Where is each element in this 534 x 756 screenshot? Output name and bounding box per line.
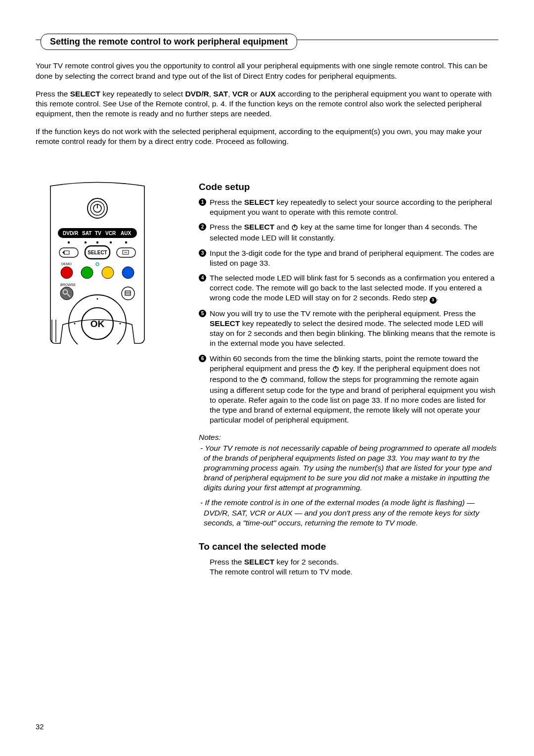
svg-point-19 <box>61 267 73 279</box>
remote-svg: DVD/R SAT TV VCR AUX SELECT DEMO <box>36 181 159 344</box>
intro-p2: Press the SELECT key repeatedly to selec… <box>36 89 498 119</box>
svg-point-9 <box>96 241 98 243</box>
svg-point-18 <box>96 263 99 266</box>
browse-label: BROWSE <box>60 283 76 286</box>
code-setup-steps: 1 Press the SELECT key repeatedly to sel… <box>199 197 498 425</box>
svg-point-21 <box>102 267 114 279</box>
step-4: 4 The selected mode LED will blink fast … <box>199 273 498 304</box>
svg-rect-13 <box>64 251 69 254</box>
svg-point-25 <box>122 287 134 300</box>
code-setup-heading: Code setup <box>199 181 498 193</box>
intro-p3: If the function keys do not work with th… <box>36 127 498 146</box>
bullet-2-icon: 2 <box>199 223 206 231</box>
power-icon <box>332 365 339 375</box>
svg-point-22 <box>122 267 134 279</box>
power-icon <box>261 376 267 385</box>
note-1: - Your TV remote is not necessarily capa… <box>199 443 498 493</box>
bullet-1-icon: 1 <box>199 198 206 206</box>
remote-illustration: DVD/R SAT TV VCR AUX SELECT DEMO <box>36 181 199 576</box>
step-1: 1 Press the SELECT key repeatedly to sel… <box>199 197 498 217</box>
power-icon <box>291 223 298 233</box>
svg-rect-26 <box>125 291 131 295</box>
svg-point-7 <box>68 241 70 243</box>
note-2: - If the remote control is in one of the… <box>199 498 498 527</box>
svg-point-11 <box>125 241 127 243</box>
step-3: 3 Input the 3-digit code for the type an… <box>199 248 498 268</box>
demo-label: DEMO <box>61 262 72 266</box>
mode-sat: SAT <box>82 231 91 236</box>
mode-tv: TV <box>95 231 101 236</box>
page-number: 32 <box>36 722 44 732</box>
cancel-heading: To cancel the selected mode <box>199 541 498 553</box>
svg-point-33 <box>74 323 76 325</box>
svg-point-32 <box>120 323 121 325</box>
step-6: 6 Within 60 seconds from the time the bl… <box>199 354 498 425</box>
cancel-section: To cancel the selected mode Press the SE… <box>199 541 498 577</box>
step-2: 2 Press the SELECT and key at the same t… <box>199 222 498 243</box>
ok-button: OK <box>90 319 105 329</box>
svg-point-10 <box>110 241 112 243</box>
select-button: SELECT <box>88 250 107 255</box>
mode-aux: AUX <box>121 231 131 236</box>
mode-vcr: VCR <box>105 231 116 236</box>
svg-rect-12 <box>59 248 78 257</box>
notes-block: Notes: - Your TV remote is not necessari… <box>199 432 498 528</box>
step-5: 5 Now you will try to use the TV remote … <box>199 309 498 349</box>
bullet-3-icon: 3 <box>199 249 206 257</box>
svg-point-8 <box>85 241 87 243</box>
svg-point-31 <box>97 298 98 300</box>
svg-point-20 <box>81 267 93 279</box>
bullet-6-icon: 6 <box>199 355 206 362</box>
cancel-line2: The remote control will return to TV mod… <box>210 567 498 577</box>
mode-dvdr: DVD/R <box>63 231 79 236</box>
intro-block: Your TV remote control gives you the opp… <box>36 61 498 146</box>
section-title: Setting the remote control to work perip… <box>41 34 297 50</box>
inline-bullet-3-icon: 3 <box>430 297 437 304</box>
intro-p1: Your TV remote control gives you the opp… <box>36 61 498 81</box>
bullet-4-icon: 4 <box>199 274 206 282</box>
notes-heading: Notes: <box>199 432 498 442</box>
bullet-5-icon: 5 <box>199 310 206 317</box>
cancel-line1: Press the SELECT key for 2 seconds. <box>210 557 498 567</box>
